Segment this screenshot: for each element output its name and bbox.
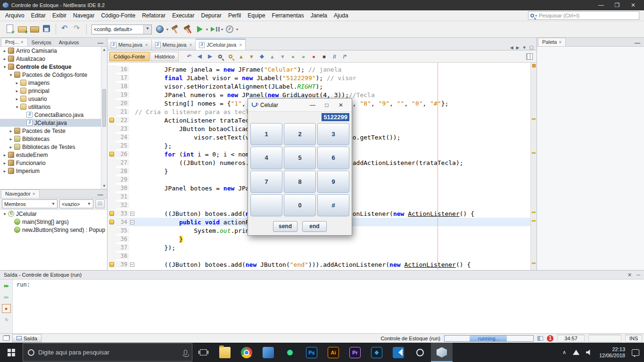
menu-exibir[interactable]: Exibir: [49, 11, 70, 20]
celular-maximize-button[interactable]: □: [320, 102, 334, 108]
previous-occurrence-icon[interactable]: ▲: [236, 52, 246, 61]
close-tab-icon[interactable]: ×: [33, 191, 35, 197]
task-view-button[interactable]: [192, 343, 214, 362]
code-line-16[interactable]: 16JFrame janela = new JFrame("Celular");…: [107, 65, 530, 74]
rerun-button[interactable]: ▶▶: [2, 281, 11, 290]
celular-close-button[interactable]: ✕: [334, 102, 348, 108]
history-view-button[interactable]: Histórico: [150, 52, 179, 61]
expand-arrow-icon[interactable]: ▸: [14, 97, 20, 101]
premiere-taskbar-button[interactable]: Pr: [344, 343, 366, 362]
collapse-arrow-icon[interactable]: ▾: [2, 212, 8, 216]
code-line-36[interactable]: 36}: [107, 235, 530, 243]
tree-item-imperium[interactable]: ▸Imperium: [0, 167, 107, 175]
code-line-38[interactable]: 38: [107, 252, 530, 260]
tab-arquivos[interactable]: Arquivos: [55, 39, 83, 46]
tree-item-bibliotecas-de-testes[interactable]: ▸Bibliotecas de Testes: [0, 143, 107, 151]
split-editor-icon[interactable]: [526, 53, 533, 60]
menu-ajuda[interactable]: Ajuda: [330, 11, 352, 20]
back-icon[interactable]: ◀: [195, 52, 204, 61]
photoshop-taskbar-button[interactable]: Ps: [301, 343, 322, 362]
scrollbar-thumb[interactable]: [102, 89, 106, 127]
menu-ferramentas[interactable]: Ferramentas: [269, 11, 307, 20]
tray-expand-icon[interactable]: ∧: [562, 349, 566, 355]
clear-output-button[interactable]: ↻: [2, 315, 11, 324]
menu-equipe[interactable]: Equipe: [244, 11, 268, 20]
warning-icon[interactable]: [109, 152, 114, 156]
close-output-icon[interactable]: ✕: [627, 272, 632, 278]
warning-stripe-mark[interactable]: [532, 263, 536, 264]
warning-stripe-mark[interactable]: [532, 118, 536, 120]
dialog-end-button[interactable]: end: [302, 221, 327, 232]
keypad-2-button[interactable]: 2: [284, 123, 316, 145]
combobox-arrow-icon[interactable]: ▼: [51, 202, 55, 206]
expand-arrow-icon[interactable]: ▸: [8, 145, 14, 149]
open-project-button[interactable]: [29, 23, 40, 34]
shift-left-icon[interactable]: «: [288, 52, 297, 61]
next-occurrence-icon[interactable]: ▼: [247, 52, 256, 61]
minimize-output-icon[interactable]: ─: [636, 272, 640, 278]
stop-macro-icon[interactable]: ■: [319, 52, 329, 61]
source-view-button[interactable]: Código-Fonte: [109, 52, 149, 61]
scroll-tabs-right-icon[interactable]: ▶: [516, 45, 520, 50]
tree-item-estudeenem[interactable]: ▸estudeEnem: [0, 151, 107, 159]
warning-stripe-mark[interactable]: [532, 212, 536, 213]
scroll-tabs-left-icon[interactable]: ◀: [510, 45, 513, 50]
dialog-send-button[interactable]: send: [273, 221, 297, 232]
expand-arrow-icon[interactable]: ▸: [2, 49, 8, 53]
output-console[interactable]: run:: [13, 280, 644, 333]
uncomment-icon[interactable]: /*: [340, 52, 349, 61]
tab-proj[interactable]: Proj...×: [1, 38, 28, 46]
keypad-blank-button[interactable]: [250, 194, 282, 216]
action-center-icon[interactable]: [632, 349, 639, 356]
redo-button[interactable]: [72, 23, 83, 34]
maximize-editor-icon[interactable]: ▢: [529, 45, 534, 50]
scroll-up-icon[interactable]: ▲: [101, 47, 107, 53]
dark-blue-app-taskbar-button[interactable]: ◆: [366, 343, 388, 362]
menu-perfil[interactable]: Perfil: [225, 11, 244, 20]
tree-item-conectabanco-java[interactable]: ConectaBanco.java: [0, 111, 107, 119]
search-scope-arrow-icon[interactable]: ▾: [535, 14, 537, 18]
code-line-37[interactable]: 37});: [107, 243, 530, 252]
close-tab-icon[interactable]: ×: [21, 40, 24, 45]
notifications-badge[interactable]: 1: [547, 335, 553, 342]
tree-item-funcionario[interactable]: ▸Funcionario: [0, 159, 107, 167]
next-bookmark-icon[interactable]: ▼: [278, 52, 287, 61]
tree-item-pacotes-de-teste[interactable]: ▸Pacotes de Teste: [0, 127, 107, 135]
expand-arrow-icon[interactable]: ▸: [2, 57, 8, 61]
code-line-17[interactable]: 17final JLabel visor = new JLabel("51222…: [107, 74, 530, 82]
profile-button[interactable]: [224, 24, 235, 35]
menu-refatorar[interactable]: Refatorar: [139, 11, 169, 20]
dropdown-arrow-icon[interactable]: ▾: [221, 27, 223, 32]
projects-scrollbar[interactable]: ▲ ▼: [101, 47, 107, 189]
new-project-button[interactable]: [17, 23, 28, 34]
clean-build-button[interactable]: [182, 24, 193, 35]
tree-item-pacotes-de-c-digos-fonte[interactable]: ▾Pacotes de Códigos-fonte: [0, 71, 107, 79]
tree-item-controle-de-estoque[interactable]: ▾Controle de Estoque: [0, 63, 107, 71]
tree-item-bibliotecas[interactable]: ▸Bibliotecas: [0, 135, 107, 143]
collapse-arrow-icon[interactable]: ▾: [2, 65, 8, 69]
close-tab-icon[interactable]: ×: [189, 42, 192, 48]
maximize-button[interactable]: ❐: [609, 2, 625, 8]
wifi-icon[interactable]: [573, 350, 579, 355]
editor-tab-menu-java-1[interactable]: Menu.java×: [152, 40, 196, 50]
minimize-button[interactable]: —: [593, 2, 609, 8]
taskbar-search-box[interactable]: Digite aqui para pesquisar: [23, 343, 192, 362]
output-window-tab[interactable]: Saída: [12, 334, 41, 342]
close-tab-icon[interactable]: ×: [559, 40, 561, 45]
debug-button[interactable]: [209, 24, 220, 35]
expand-arrow-icon[interactable]: ▸: [2, 153, 8, 157]
combobox-arrow-icon[interactable]: ▼: [143, 25, 151, 34]
menu-editar[interactable]: Editar: [28, 11, 49, 20]
fold-collapse-icon[interactable]: −: [130, 220, 134, 224]
close-tab-icon[interactable]: ×: [239, 42, 242, 48]
menu-navegar[interactable]: Navegar: [70, 11, 98, 20]
stop-button[interactable]: ■: [2, 304, 11, 313]
scroll-down-icon[interactable]: ▼: [101, 183, 107, 189]
config-combobox[interactable]: <config. default> ▼: [91, 25, 152, 34]
tree-item-jcelular[interactable]: ▾JCelular: [0, 210, 107, 218]
expand-arrow-icon[interactable]: ▸: [8, 129, 14, 133]
code-line-39[interactable]: 39−((JButton) botoes.add(new JButton("en…: [107, 260, 530, 269]
menu-c-digo-fonte[interactable]: Código-Fonte: [98, 11, 139, 20]
tree-item-atualizacao[interactable]: ▸Atualizacao: [0, 55, 107, 63]
rerun-debug-button[interactable]: ▶▶: [2, 293, 11, 302]
